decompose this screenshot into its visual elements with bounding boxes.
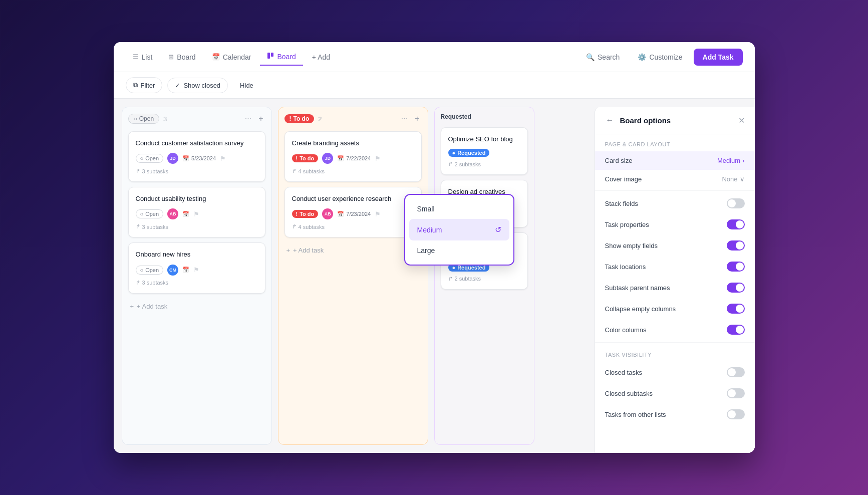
svg-rect-1 xyxy=(271,53,273,57)
open-col-menu[interactable]: ··· xyxy=(243,113,253,124)
size-small[interactable]: Small xyxy=(409,199,509,219)
todo-col-add[interactable]: + xyxy=(413,113,421,124)
column-open-header: ○ Open 3 ··· + xyxy=(128,113,265,124)
subtask-icon: ↱ xyxy=(136,223,140,230)
customize-button[interactable]: ⚙️ Customize xyxy=(631,49,689,65)
row-label: Cover image xyxy=(605,175,642,183)
filter-button[interactable]: ⧉ Filter xyxy=(126,77,163,93)
main-content: ○ Open 3 ··· + Conduct customer satisfac… xyxy=(114,99,755,453)
task-card[interactable]: Onboard new hires ○ Open CM 📅 ⚑ xyxy=(128,242,265,293)
panel-close-button[interactable]: ✕ xyxy=(738,116,745,125)
task-locations-toggle[interactable] xyxy=(727,262,745,272)
row-label: Task properties xyxy=(605,221,649,228)
closed-subtasks-toggle[interactable] xyxy=(727,388,745,398)
avatar: JD xyxy=(322,153,333,164)
size-large[interactable]: Large xyxy=(409,240,509,261)
task-card[interactable]: Conduct usability testing ○ Open AB 📅 ⚑ xyxy=(128,187,265,237)
search-icon: 🔍 xyxy=(586,53,595,61)
show-closed-button[interactable]: ✓ Show closed xyxy=(167,78,228,93)
panel-row-task-properties: Task properties xyxy=(595,214,755,235)
task-visibility-label: Task visibility xyxy=(595,345,755,362)
task-properties-toggle[interactable] xyxy=(727,219,745,229)
add-task-button[interactable]: Add Task xyxy=(694,49,743,66)
todo-col-actions: ··· + xyxy=(399,113,422,124)
subtask-icon: ↱ xyxy=(448,276,453,282)
avatar: AB xyxy=(167,208,178,219)
row-label: Show empty fields xyxy=(605,242,658,250)
flag-icon: ⚑ xyxy=(193,266,199,274)
tasks-other-lists-toggle[interactable] xyxy=(727,409,745,419)
panel-row-card-size[interactable]: Card size Medium › xyxy=(595,151,755,170)
task-card[interactable]: Conduct customer satisfaction survey ○ O… xyxy=(128,131,265,182)
todo-col-menu[interactable]: ··· xyxy=(399,113,410,124)
open-status-icon: ○ xyxy=(140,267,144,273)
color-columns-toggle[interactable] xyxy=(727,325,745,335)
task-title: Onboard new hires xyxy=(136,250,258,259)
panel-row-color-columns: Color columns xyxy=(595,319,755,340)
row-label: Closed tasks xyxy=(605,369,642,376)
task-meta: ○ Open AB 📅 ⚑ xyxy=(136,208,258,219)
closed-tasks-toggle[interactable] xyxy=(727,367,745,377)
panel-header: ← Board options ✕ xyxy=(595,107,755,134)
show-empty-fields-toggle[interactable] xyxy=(727,240,745,251)
calendar-icon: 📅 xyxy=(337,155,344,162)
check-circle-icon: ✓ xyxy=(175,82,180,89)
todo-icon: ! xyxy=(296,211,298,217)
column-requested-header: Requested xyxy=(441,113,528,120)
subtask-parent-names-toggle[interactable] xyxy=(727,283,745,293)
calendar-icon: 📅 xyxy=(337,211,344,217)
panel-row-closed-tasks: Closed tasks xyxy=(595,362,755,383)
task-subtasks: ↱ 4 subtasks xyxy=(292,168,414,174)
plus-icon: + xyxy=(286,246,291,254)
task-card[interactable]: Conduct user experience research ! To do… xyxy=(284,187,422,237)
panel-row-stack-fields: Stack fields xyxy=(595,193,755,214)
plus-icon: + xyxy=(130,303,134,310)
tab-add[interactable]: + Add xyxy=(305,49,337,65)
task-status: ! To do xyxy=(292,154,319,162)
hide-button[interactable]: Hide xyxy=(233,78,260,93)
task-title: Create branding assets xyxy=(292,139,414,148)
calendar-icon: 📅 xyxy=(182,155,189,162)
task-card[interactable]: Create branding assets ! To do JD 📅 7/22… xyxy=(284,131,422,182)
flag-icon: ⚑ xyxy=(220,155,226,162)
column-todo: ! To do 2 ··· + Create branding assets ! xyxy=(278,107,428,445)
subtask-icon: ↱ xyxy=(292,223,297,230)
panel-row-cover-image[interactable]: Cover image None ∨ xyxy=(595,170,755,188)
open-icon: ○ xyxy=(134,115,137,122)
tab-board-grid[interactable]: ⊞ Board xyxy=(161,49,202,65)
flag-icon: ⚑ xyxy=(375,210,381,218)
subtask-icon: ↱ xyxy=(448,161,453,167)
row-label: Tasks from other lists xyxy=(605,411,666,418)
task-card[interactable]: Optimize SEO for blog ● Requested ↱ 2 su… xyxy=(441,127,528,175)
task-date: 📅 7/23/2024 xyxy=(337,211,371,217)
row-label: Card size xyxy=(605,157,633,164)
tab-board[interactable]: Board xyxy=(260,48,303,66)
alert-icon: ! xyxy=(290,115,292,122)
panel-title: Board options xyxy=(620,116,733,125)
panel-back-button[interactable]: ← xyxy=(605,115,615,126)
panel-row-tasks-other-lists: Tasks from other lists xyxy=(595,404,755,425)
collapse-empty-columns-toggle[interactable] xyxy=(727,304,745,314)
subtask-icon: ↱ xyxy=(136,280,140,286)
task-meta: ○ Open CM 📅 ⚑ xyxy=(136,265,258,276)
tab-calendar[interactable]: 📅 Calendar xyxy=(205,49,258,65)
flag-icon: ⚑ xyxy=(193,210,199,218)
stack-fields-toggle[interactable] xyxy=(727,198,745,208)
size-medium[interactable]: Medium ↺ xyxy=(409,219,509,240)
add-task-open[interactable]: + + Add task xyxy=(128,299,265,314)
open-col-add[interactable]: + xyxy=(256,113,265,124)
open-status-badge: ○ Open xyxy=(128,114,160,124)
board-columns: ○ Open 3 ··· + Conduct customer satisfac… xyxy=(122,107,589,453)
chevron-right-icon: › xyxy=(742,157,744,164)
task-subtasks: ↱ 3 subtasks xyxy=(136,168,258,174)
add-task-todo[interactable]: + + Add task xyxy=(284,242,422,258)
divider xyxy=(595,342,755,343)
todo-status-badge: ! To do xyxy=(284,114,315,123)
panel-row-task-locations: Task locations xyxy=(595,256,755,277)
search-button[interactable]: 🔍 Search xyxy=(579,49,627,65)
task-meta: ! To do AB 📅 7/23/2024 ⚑ xyxy=(292,208,414,219)
task-subtasks: ↱ 2 subtasks xyxy=(448,276,520,282)
row-value: None ∨ xyxy=(722,175,744,183)
task-subtasks: ↱ 2 subtasks xyxy=(448,161,520,167)
tab-list[interactable]: ☰ List xyxy=(126,49,160,65)
